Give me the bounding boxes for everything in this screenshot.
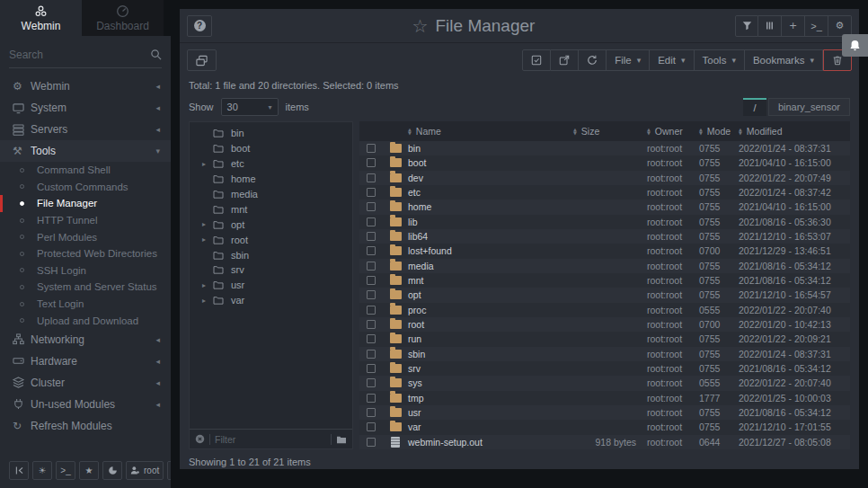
- clear-filter-icon[interactable]: [195, 434, 205, 444]
- search-icon[interactable]: [150, 49, 162, 60]
- tree-item[interactable]: ▸ boot: [190, 141, 352, 156]
- file-name[interactable]: opt: [408, 289, 573, 300]
- row-checkbox[interactable]: [367, 144, 376, 153]
- tree-item[interactable]: ▸ root: [190, 232, 352, 247]
- tree-item[interactable]: ▸ sbin: [190, 247, 352, 262]
- file-name[interactable]: lost+found: [408, 245, 573, 256]
- file-name[interactable]: lib: [408, 217, 573, 227]
- row-checkbox[interactable]: [367, 262, 376, 271]
- file-name[interactable]: boot: [408, 157, 573, 168]
- table-row[interactable]: opt root:root 0755 2021/12/10 - 16:54:57: [359, 288, 850, 302]
- sidebar-subitem[interactable]: Perl Modules: [0, 228, 171, 245]
- file-name[interactable]: sys: [408, 377, 573, 388]
- sidebar-subitem[interactable]: Custom Commands: [0, 179, 171, 196]
- sidebar-item-webmin[interactable]: ⚙ Webmin ◂: [0, 75, 171, 97]
- breadcrumb-current[interactable]: binary_sensor: [768, 98, 850, 116]
- file-name[interactable]: var: [408, 421, 573, 432]
- shell-button[interactable]: >_: [56, 461, 75, 480]
- sidebar-item-servers[interactable]: Servers ◂: [0, 119, 171, 140]
- row-checkbox[interactable]: [367, 202, 376, 211]
- sidebar-item-unused-modules[interactable]: Un-used Modules ◂: [0, 394, 171, 415]
- row-checkbox[interactable]: [367, 232, 376, 241]
- settings-gear-button[interactable]: ⚙: [828, 15, 852, 37]
- breadcrumb-root[interactable]: /: [743, 98, 766, 116]
- row-checkbox[interactable]: [367, 334, 376, 343]
- file-name[interactable]: lib64: [408, 231, 573, 242]
- tools-menu-button[interactable]: Tools ▾: [695, 49, 745, 71]
- row-checkbox[interactable]: [367, 422, 376, 431]
- table-row[interactable]: bin root:root 0755 2022/01/24 - 08:37:31: [359, 141, 850, 155]
- table-row[interactable]: dev root:root 0755 2022/01/22 - 20:07:49: [359, 171, 850, 185]
- table-row[interactable]: sbin root:root 0755 2022/01/24 - 08:37:3…: [359, 347, 850, 361]
- sidebar-item-hardware[interactable]: Hardware ◂: [0, 350, 171, 372]
- file-name[interactable]: webmin-setup.out: [408, 437, 573, 448]
- file-name[interactable]: run: [408, 333, 573, 344]
- sort-icon[interactable]: ▲▼: [408, 128, 412, 135]
- row-checkbox[interactable]: [367, 350, 376, 359]
- table-row[interactable]: usr root:root 0755 2021/08/16 - 05:34:12: [359, 405, 850, 420]
- help-button[interactable]: ?: [187, 15, 212, 37]
- tree-item[interactable]: ▸ mnt: [190, 201, 352, 217]
- file-name[interactable]: mnt: [408, 275, 573, 286]
- table-row[interactable]: lib64 root:root 0755 2021/12/10 - 16:53:…: [359, 229, 850, 244]
- select-all-button[interactable]: [522, 49, 551, 71]
- sort-icon[interactable]: ▲▼: [699, 128, 703, 135]
- row-checkbox[interactable]: [367, 306, 376, 315]
- table-row[interactable]: home root:root 0755 2021/04/10 - 16:15:0…: [359, 200, 850, 214]
- file-name[interactable]: srv: [408, 363, 573, 374]
- file-name[interactable]: tmp: [408, 393, 573, 404]
- sort-icon[interactable]: ▲▼: [573, 128, 577, 135]
- table-row[interactable]: var root:root 0755 2021/12/10 - 17:01:55: [359, 420, 850, 434]
- tree-item[interactable]: ▸ usr: [190, 278, 352, 293]
- chevron-right-icon[interactable]: ▸: [202, 160, 213, 168]
- table-row[interactable]: boot root:root 0755 2021/04/10 - 16:15:0…: [359, 155, 850, 170]
- filter-button[interactable]: [735, 15, 758, 37]
- sidebar-item-cluster[interactable]: Cluster ◂: [0, 372, 171, 394]
- file-name[interactable]: bin: [408, 143, 573, 154]
- tree-item[interactable]: ▸ var: [190, 293, 352, 308]
- sort-icon[interactable]: ▲▼: [739, 128, 742, 135]
- row-checkbox[interactable]: [367, 394, 376, 403]
- sidebar-item-networking[interactable]: Networking ◂: [0, 329, 171, 350]
- table-row[interactable]: srv root:root 0755 2021/08/16 - 05:34:12: [359, 361, 850, 376]
- chevron-right-icon[interactable]: ▸: [202, 220, 213, 228]
- column-header-name[interactable]: ▲▼ Name: [408, 126, 573, 137]
- file-name[interactable]: etc: [408, 187, 573, 198]
- file-name[interactable]: dev: [408, 173, 573, 183]
- row-checkbox[interactable]: [367, 408, 376, 417]
- row-checkbox[interactable]: [367, 364, 376, 373]
- row-checkbox[interactable]: [367, 290, 376, 299]
- sidebar-subitem[interactable]: Protected Web Directories: [0, 245, 171, 262]
- sidebar-item-system[interactable]: System ◂: [0, 97, 171, 119]
- folder-select-icon[interactable]: [336, 435, 347, 444]
- sidebar-subitem[interactable]: System and Server Status: [0, 279, 171, 296]
- sort-icon[interactable]: ▲▼: [647, 128, 651, 135]
- table-row[interactable]: mnt root:root 0755 2021/08/16 - 05:34:12: [359, 273, 850, 288]
- copy-window-button[interactable]: [187, 49, 217, 71]
- edit-menu-button[interactable]: Edit ▾: [650, 49, 694, 71]
- row-checkbox[interactable]: [367, 217, 376, 226]
- refresh-button[interactable]: [579, 49, 607, 71]
- notifications-bell-button[interactable]: [842, 34, 868, 57]
- row-checkbox[interactable]: [367, 173, 376, 182]
- search-input[interactable]: [9, 49, 150, 61]
- table-row[interactable]: webmin-setup.out 918 bytes root:root 064…: [359, 435, 850, 449]
- user-button[interactable]: root: [126, 461, 164, 480]
- column-header-owner[interactable]: ▲▼ Owner: [647, 126, 699, 137]
- tree-item[interactable]: ▸ srv: [190, 262, 352, 278]
- tab-webmin[interactable]: Webmin: [0, 0, 82, 36]
- collapse-sidebar-button[interactable]: [9, 461, 29, 480]
- theme-palette-button[interactable]: [102, 461, 122, 480]
- tree-item[interactable]: ▸ bin: [190, 126, 352, 141]
- sidebar-item-tools[interactable]: ⚒ Tools ▾: [0, 140, 171, 162]
- file-name[interactable]: media: [408, 261, 573, 271]
- table-row[interactable]: lost+found root:root 0700 2021/12/29 - 1…: [359, 244, 850, 258]
- terminal-button[interactable]: >_: [805, 15, 828, 37]
- sidebar-subitem[interactable]: Text Login: [0, 296, 171, 313]
- bookmarks-menu-button[interactable]: Bookmarks ▾: [745, 49, 823, 71]
- table-row[interactable]: media root:root 0755 2021/08/16 - 05:34:…: [359, 259, 850, 273]
- file-menu-button[interactable]: File ▾: [607, 49, 650, 71]
- column-header-size[interactable]: ▲▼ Size: [573, 126, 647, 137]
- columns-button[interactable]: [758, 15, 782, 37]
- favorite-star-icon[interactable]: ☆: [412, 15, 429, 37]
